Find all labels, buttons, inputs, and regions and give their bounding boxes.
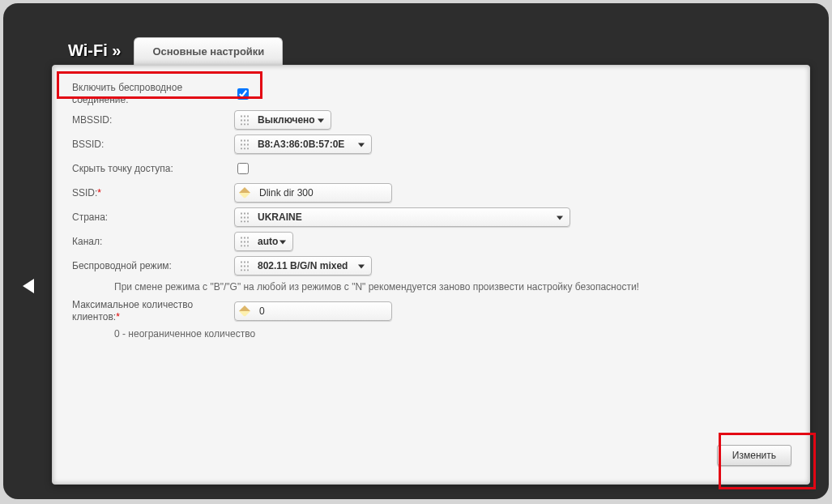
- hide-ap-checkbox[interactable]: [237, 163, 249, 174]
- settings-panel: Включить беспроводное соединение: MBSSID…: [52, 65, 810, 485]
- bssid-select[interactable]: B8:A3:86:0B:57:0E: [234, 135, 372, 154]
- mbssid-label: MBSSID:: [72, 114, 234, 126]
- max-clients-input[interactable]: [234, 301, 392, 321]
- max-clients-note: 0 - неограниченное количество: [114, 328, 790, 340]
- max-clients-label: Максимальное количество клиентов:*: [72, 299, 234, 323]
- wireless-mode-note: При смене режима с "B"/"G" на любой из р…: [114, 281, 790, 293]
- header: Wi-Fi » Основные настройки: [68, 37, 283, 65]
- page-title: Wi-Fi »: [68, 41, 121, 65]
- wireless-mode-label: Беспроводной режим:: [72, 260, 234, 272]
- ssid-input[interactable]: [234, 183, 392, 203]
- country-label: Страна:: [72, 211, 234, 224]
- mbssid-select[interactable]: Выключено: [234, 110, 331, 130]
- tab-basic-settings[interactable]: Основные настройки: [134, 37, 283, 65]
- country-select[interactable]: UKRAINE: [234, 207, 570, 227]
- channel-label: Канал:: [72, 236, 234, 248]
- enable-wireless-label: Включить беспроводное соединение:: [72, 82, 234, 106]
- hide-ap-label: Скрыть точку доступа:: [72, 163, 234, 175]
- apply-button[interactable]: Изменить: [717, 445, 791, 466]
- app-frame: Wi-Fi » Основные настройки Включить бесп…: [3, 3, 829, 499]
- back-arrow-icon[interactable]: [23, 279, 34, 293]
- enable-wireless-checkbox[interactable]: [237, 88, 249, 100]
- wireless-mode-select[interactable]: 802.11 B/G/N mixed: [234, 256, 372, 275]
- bssid-label: BSSID:: [72, 139, 234, 151]
- channel-select[interactable]: auto: [234, 232, 293, 251]
- ssid-label: SSID:*: [72, 187, 234, 199]
